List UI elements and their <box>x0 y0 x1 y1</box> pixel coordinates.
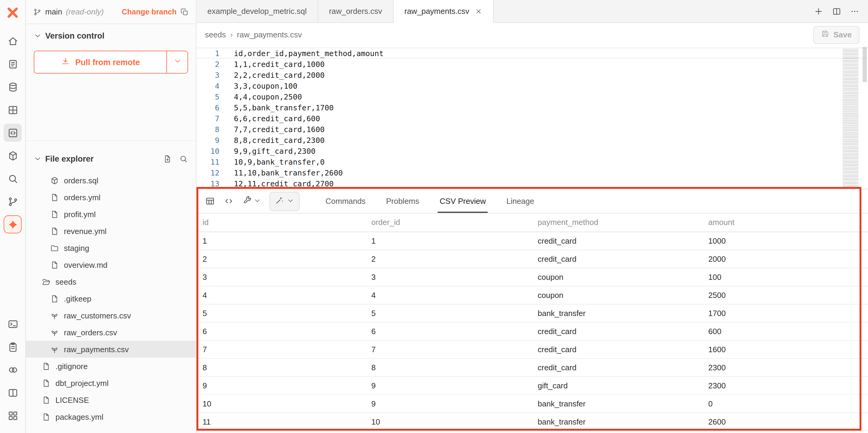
panel-tab-csv-preview[interactable]: CSV Preview <box>438 190 488 213</box>
code-line[interactable]: 54,4,coupon,2500 <box>196 91 868 102</box>
table-row[interactable]: 99gift_card2300 <box>196 376 868 395</box>
file-item-raw-orders-csv[interactable]: raw_orders.csv <box>26 324 196 341</box>
dbt-logo-icon[interactable] <box>4 5 21 22</box>
rail-button-grid[interactable] <box>4 101 22 119</box>
table-row[interactable]: 1211credit_card2700 <box>196 431 868 433</box>
line-number: 1 <box>196 48 219 58</box>
pull-from-remote-main[interactable]: Pull from remote <box>34 51 167 73</box>
rail-button-search[interactable] <box>4 170 22 187</box>
file-item-revenue-yml[interactable]: revenue.yml <box>26 223 196 239</box>
tab-raw-payments-csv[interactable]: raw_payments.csv <box>394 0 493 22</box>
table-row[interactable]: 66credit_card600 <box>196 322 868 340</box>
table-row[interactable]: 11credit_card1000 <box>196 232 868 250</box>
code-line[interactable]: 1211,10,bank_transfer,2600 <box>196 167 868 178</box>
version-control-header[interactable]: Version control <box>34 31 188 40</box>
panel-tab-commands[interactable]: Commands <box>324 190 367 213</box>
line-content: 4,4,coupon,2500 <box>219 92 302 101</box>
tab-example-develop-metric-sql[interactable]: example_develop_metric.sql <box>196 0 318 22</box>
code-line[interactable]: 1312,11,credit_card,2700 <box>196 178 868 189</box>
rail-button-clipboard[interactable] <box>4 338 22 356</box>
pull-options-dropdown[interactable] <box>167 51 187 73</box>
file-item-orders-sql[interactable]: orders.sql <box>26 172 196 189</box>
code-lines: 1id,order_id,payment_method,amount21,1,c… <box>196 48 868 189</box>
file-item-raw-payments-csv[interactable]: raw_payments.csv <box>26 341 196 357</box>
file-item-packages-yml[interactable]: packages.yml <box>26 408 196 425</box>
file-explorer-header[interactable]: File explorer <box>34 154 188 164</box>
format-button[interactable] <box>270 192 300 211</box>
file-item-dbt-project-yml[interactable]: dbt_project.yml <box>26 375 196 392</box>
vertical-scrollbar[interactable] <box>863 47 867 82</box>
code-line[interactable]: 1id,order_id,payment_method,amount <box>196 48 868 58</box>
code-line[interactable]: 1110,9,bank_transfer,0 <box>196 156 868 167</box>
code-line[interactable]: 87,7,credit_card,1600 <box>196 124 868 135</box>
minimap[interactable] <box>843 49 858 189</box>
tab-raw-orders-csv[interactable]: raw_orders.csv <box>318 0 394 22</box>
table-row[interactable]: 55bank_transfer1700 <box>196 304 868 322</box>
new-file-icon[interactable] <box>163 154 172 164</box>
breadcrumb-folder[interactable]: seeds <box>205 30 226 39</box>
table-row[interactable]: 22credit_card2000 <box>196 250 868 268</box>
copy-branch-button[interactable] <box>180 7 189 16</box>
change-branch-link[interactable]: Change branch <box>122 7 177 16</box>
file-icon <box>50 209 59 219</box>
search-files-icon[interactable] <box>179 154 188 164</box>
line-number: 4 <box>196 81 219 90</box>
rail-button-code-editor[interactable] <box>4 124 22 142</box>
rail-button-apps-grid[interactable] <box>4 406 22 425</box>
rail-button-home[interactable] <box>4 32 22 50</box>
rail-button-terminal[interactable] <box>4 315 22 333</box>
seed-icon <box>50 345 59 354</box>
panel-tab-problems[interactable]: Problems <box>384 190 421 213</box>
code-line[interactable]: 98,8,credit_card,2300 <box>196 135 868 145</box>
rail-button-database[interactable] <box>4 78 22 96</box>
layout-columns-icon <box>832 6 841 16</box>
table-cell: 10 <box>196 395 365 412</box>
table-row[interactable]: 1110bank_transfer2600 <box>196 412 868 431</box>
rail-button-cube[interactable] <box>4 147 22 165</box>
overflow-menu-icon[interactable] <box>850 6 860 16</box>
close-tab-icon[interactable] <box>475 7 482 15</box>
breadcrumb: seeds › raw_payments.csv Save <box>196 23 868 47</box>
code-line[interactable]: 43,3,coupon,100 <box>196 80 868 91</box>
file-label: profit.yml <box>64 209 96 219</box>
code-line[interactable]: 76,6,credit_card,600 <box>196 113 868 124</box>
save-button[interactable]: Save <box>813 26 860 44</box>
table-view-button[interactable] <box>205 196 215 206</box>
rail-button-notebook[interactable] <box>4 55 22 73</box>
file-item-gitignore[interactable]: .gitignore <box>26 357 196 375</box>
build-button[interactable] <box>242 195 261 207</box>
table-row[interactable]: 109bank_transfer0 <box>196 395 868 412</box>
table-row[interactable]: 77credit_card1600 <box>196 340 868 358</box>
code-line[interactable]: 32,2,credit_card,2000 <box>196 69 868 80</box>
rail-button-dbt-mark[interactable] <box>4 215 22 233</box>
rail-button-git-branch[interactable] <box>4 192 22 210</box>
code-view-button[interactable] <box>224 196 234 206</box>
apps-grid-icon <box>7 410 19 421</box>
file-item-seeds[interactable]: seeds <box>26 273 196 290</box>
notebook-icon <box>7 58 19 70</box>
rail-button-circles[interactable] <box>4 360 22 379</box>
table-row[interactable]: 88credit_card2300 <box>196 358 868 376</box>
folder-open-icon <box>41 277 51 286</box>
file-item-overview-md[interactable]: overview.md <box>26 256 196 273</box>
table-row[interactable]: 44coupon2500 <box>196 286 868 304</box>
chevron-down-icon <box>34 155 41 163</box>
code-editor[interactable]: 1id,order_id,payment_method,amount21,1,c… <box>196 47 868 189</box>
rail-button-layout-columns[interactable] <box>4 383 22 402</box>
split-view-icon[interactable] <box>832 6 841 16</box>
panel-tab-lineage[interactable]: Lineage <box>504 190 536 213</box>
version-control-section: Version control Pull from remote <box>26 24 196 141</box>
file-item-profit-yml[interactable]: profit.yml <box>26 206 196 223</box>
table-row[interactable]: 33coupon100 <box>196 268 868 286</box>
file-item-gitkeep[interactable]: .gitkeep <box>26 290 196 307</box>
file-item-staging[interactable]: staging <box>26 239 196 256</box>
file-tree: orders.sqlorders.ymlprofit.ymlrevenue.ym… <box>26 172 196 425</box>
file-item-raw-customers-csv[interactable]: raw_customers.csv <box>26 307 196 324</box>
code-line[interactable]: 21,1,credit_card,1000 <box>196 58 868 69</box>
file-item-orders-yml[interactable]: orders.yml <box>26 189 196 206</box>
code-line[interactable]: 109,9,gift_card,2300 <box>196 145 868 156</box>
code-line[interactable]: 65,5,bank_transfer,1700 <box>196 102 868 113</box>
new-tab-icon[interactable] <box>814 6 824 16</box>
table-cell: 8 <box>196 358 365 376</box>
file-item-license[interactable]: LICENSE <box>26 392 196 408</box>
